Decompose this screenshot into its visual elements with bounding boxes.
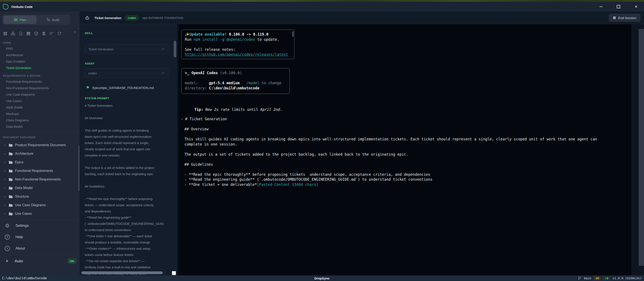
explorer-folder-non-functional-requirements[interactable]: › Non-Functional Requirements	[0, 175, 80, 184]
sidebar-item-data-model[interactable]: Data Model	[0, 123, 80, 130]
release-notes-link[interactable]: https://github.com/openai/codex/releases…	[185, 52, 288, 57]
git-ahead-badge[interactable]: ↑9	[603, 277, 610, 280]
chevron-right-icon: ›	[4, 186, 6, 190]
sidebar-item-about[interactable]: i About	[0, 243, 80, 254]
end-session-button[interactable]: End Session	[609, 14, 640, 22]
tip-em2: April 2nd	[260, 107, 280, 112]
codex-info-box: >_ OpenAI Codex (v0.106.0) model:gpt-5.4…	[181, 68, 290, 94]
explorer-folder-functional-requirements[interactable]: › Functional Requirements	[0, 167, 80, 175]
model-value: gpt-5.4 medium	[209, 81, 240, 85]
explorer-folder-label: Functional Requirements	[15, 169, 53, 173]
context-label: epic DATABASE FOUNDATION	[142, 16, 183, 19]
sidebar-item-style-guide[interactable]: Style Guide	[0, 104, 80, 111]
app-logo-icon	[3, 4, 8, 9]
skill-config-panel: SKILL Ticket Generation AGENT codex ⚑ Ep…	[80, 24, 177, 276]
sitemap-icon[interactable]	[10, 31, 16, 36]
explorer-folder-label: Epics	[15, 160, 24, 164]
gear-icon: ⚙	[5, 223, 10, 228]
prompt-chevron: ›	[181, 117, 185, 121]
panel-horizontal-scrollbar[interactable]	[81, 271, 163, 274]
end-session-label: End Session	[618, 16, 636, 20]
agent-select-value: codex	[88, 71, 97, 75]
sidebar-item-epic-creation[interactable]: Epic Creation	[0, 58, 80, 65]
about-label: About	[16, 246, 25, 251]
explorer-folder-use-cases[interactable]: › Use Cases	[0, 209, 80, 218]
explorer-folder-prd[interactable]: › Product Requirements Document	[0, 141, 80, 149]
sidebar-item-functional-requirements[interactable]: Functional Requirements	[0, 78, 80, 85]
epic-file-reference[interactable]: ⚑ Epics/epic_DATABASE_FOUNDATION.md	[86, 85, 154, 90]
system-prompt-label: SYSTEM PROMPT	[85, 97, 109, 100]
folder-icon	[8, 152, 13, 156]
explorer-folder-label: Non-Functional Requirements	[15, 178, 61, 181]
panel-vertical-scrollbar[interactable]	[174, 41, 176, 57]
explorer-folder-use-case-diagrams[interactable]: › Use Case Diagrams	[0, 201, 80, 209]
folder-icon	[8, 169, 13, 173]
explorer-folder-data-model[interactable]: › Data Model	[0, 184, 80, 192]
minimize-button[interactable]	[598, 3, 604, 10]
skill-select[interactable]: Ticket Generation	[85, 44, 168, 54]
prompt-glyph: >_	[185, 71, 192, 75]
sidebar-item-prd[interactable]: PRD	[0, 45, 80, 52]
tab-build[interactable]: Build	[36, 15, 70, 24]
explorer-folder-label: Structure	[15, 195, 29, 199]
sidebar-item-use-cases[interactable]: Use Cases	[0, 98, 80, 104]
tip-mid: 2x rate limits until	[212, 107, 260, 112]
update-run-prefix: Run	[185, 37, 194, 41]
folder-icon	[8, 143, 13, 147]
git-modified-badge[interactable]: 4M	[594, 277, 601, 280]
chevron-right-icon: ›	[4, 212, 6, 216]
sidebar-scrollbar[interactable]	[78, 146, 79, 191]
sidebar-item-class-diagrams[interactable]: Class Diagrams	[0, 117, 80, 123]
agent-select[interactable]: codex	[85, 68, 168, 78]
help-label: Help	[16, 235, 23, 239]
sidebar-item-architecture[interactable]: Architecture	[0, 52, 80, 58]
dashboard-icon[interactable]	[3, 31, 8, 36]
taskbar-app-label[interactable]: DropSync	[0, 277, 644, 280]
document-icon[interactable]	[42, 31, 46, 36]
auto-on-badge[interactable]: ON	[68, 259, 76, 264]
transcript-h2: ## Overview	[184, 127, 209, 131]
auto-toggle-row[interactable]: Auto ON	[0, 255, 80, 267]
maximize-button[interactable]	[615, 3, 622, 10]
gallery-icon[interactable]	[26, 31, 31, 36]
sidebar-item-ticket-generation[interactable]: Ticket Generation	[0, 65, 80, 71]
folder-icon	[8, 195, 13, 199]
map-icon	[14, 18, 18, 22]
explorer-folder-structure[interactable]: › Structure	[0, 192, 80, 201]
git-branch-name[interactable]: main	[584, 277, 591, 280]
refresh-icon[interactable]	[57, 31, 62, 36]
package-icon[interactable]	[34, 31, 38, 36]
tab-plan[interactable]: Plan	[4, 15, 36, 24]
explorer-folder-label: Use Cases	[15, 212, 32, 216]
main-vertical-scrollbar[interactable]	[639, 29, 644, 266]
sidebar-collapse-button[interactable]: ‹	[72, 29, 78, 34]
model-hint: to change	[260, 81, 281, 85]
sidebar-item-non-functional-requirements[interactable]: Non-Functional Requirements	[0, 85, 80, 91]
agent-section-label: AGENT	[85, 62, 94, 65]
skill-select-value: Ticket Generation	[88, 47, 114, 51]
transcript-b1: - **Read the epic thoroughly** before pr…	[184, 172, 430, 177]
help-icon: ?	[5, 235, 10, 240]
panel-splitter[interactable]	[177, 24, 179, 276]
pasted-content-tag: [Pasted Content 13404 chars]	[257, 182, 318, 187]
tab-build-label: Build	[52, 18, 59, 22]
close-icon: ✕	[634, 4, 638, 9]
tip-end: .	[280, 107, 282, 112]
explorer-folder-epics[interactable]: › Epics	[0, 158, 80, 167]
directory-value: C:\dev\build\ombutocode	[209, 86, 259, 90]
release-notes-line: See full release notes:	[185, 47, 235, 52]
close-button[interactable]: ✕	[633, 3, 639, 10]
terminal-pane[interactable]: ✨Update available! 0.106.0 -> 0.119.0 Ru…	[179, 24, 631, 276]
sort-icon[interactable]	[49, 31, 54, 36]
sidebar-item-settings[interactable]: ⚙ Settings	[0, 220, 80, 231]
explorer-folder-architecture[interactable]: › Architecture	[0, 149, 80, 158]
update-notice-box: ✨Update available! 0.106.0 -> 0.119.0 Ru…	[181, 29, 294, 59]
skill-section-label: SKILL	[85, 32, 93, 35]
sidebar-item-use-case-diagrams[interactable]: Use Case Diagrams	[0, 91, 80, 98]
file-icon[interactable]	[18, 31, 23, 36]
sidebar-item-help[interactable]: ? Help	[0, 231, 80, 243]
sidebar-item-mockups[interactable]: Mockups	[0, 111, 80, 117]
settings-label: Settings	[16, 224, 28, 228]
transcript-b3: - **One ticket = one deliverable*	[184, 182, 257, 187]
tip-em1: New	[206, 107, 212, 112]
